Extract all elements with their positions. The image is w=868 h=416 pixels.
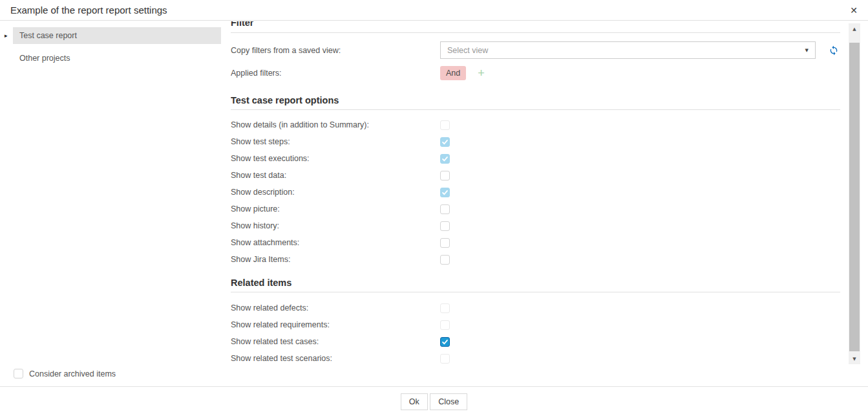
checkbox-row-show-attachments: Show attachments:: [231, 234, 840, 251]
footer: Ok Close: [0, 393, 868, 410]
collapse-arrow-icon: ▸: [5, 32, 8, 39]
sidebar-nav: ▸Test case reportOther projects: [0, 27, 223, 67]
applied-filters-row: Applied filters: And +: [231, 65, 840, 81]
consider-archived-label: Consider archived items: [29, 369, 116, 378]
checkbox-row-show-jira-items: Show Jira Items:: [231, 251, 840, 268]
checkbox-row-label: Show related requirements:: [231, 320, 440, 329]
sidebar-item-label: Test case report: [19, 31, 77, 40]
checkbox-row-show-test-executions: Show test executions:: [231, 150, 840, 167]
refresh-views-button[interactable]: [829, 45, 839, 56]
checkbox[interactable]: [440, 137, 450, 147]
consider-archived-checkbox[interactable]: [14, 369, 23, 378]
saved-view-placeholder: Select view: [447, 46, 488, 55]
checkbox[interactable]: [440, 154, 450, 164]
checkbox[interactable]: [440, 354, 450, 364]
checkbox-row-show-test-steps: Show test steps:: [231, 133, 840, 150]
checkbox-row-label: Show Jira Items:: [231, 255, 440, 264]
checkbox-row-show-description: Show description:: [231, 184, 840, 201]
options-section-heading: Test case report options: [231, 95, 840, 110]
close-button[interactable]: Close: [430, 393, 467, 410]
checkbox-row-label: Show related test scenarios:: [231, 354, 440, 363]
checkbox-row-show-related-requirements: Show related requirements:: [231, 316, 840, 333]
checkbox-row-show-related-test-scenarios: Show related test scenarios:: [231, 350, 840, 367]
checkbox-row-show-related-defects: Show related defects:: [231, 300, 840, 316]
checkbox-row-label: Show history:: [231, 221, 440, 230]
checkbox-row-show-picture: Show picture:: [231, 201, 840, 217]
checkbox-row-label: Show test executions:: [231, 154, 440, 163]
saved-view-select[interactable]: Select view ▼: [440, 41, 816, 59]
options-checkbox-list: Show details (in addition to Summary):Sh…: [231, 116, 840, 268]
checkbox-row-label: Show attachments:: [231, 238, 440, 247]
checkbox-row-label: Show test data:: [231, 171, 440, 180]
add-filter-icon[interactable]: +: [478, 67, 485, 79]
checkbox[interactable]: [440, 238, 450, 248]
dialog-title: Example of the report report settings: [10, 5, 167, 16]
dialog-titlebar: Example of the report report settings ✕: [0, 0, 868, 21]
checkbox-row-label: Show description:: [231, 188, 440, 197]
checkbox[interactable]: [440, 337, 450, 347]
settings-content: Filter Copy filters from a saved view: S…: [231, 21, 840, 384]
checkbox[interactable]: [440, 171, 450, 181]
checkbox-row-show-history: Show history:: [231, 217, 840, 234]
ok-button[interactable]: Ok: [401, 393, 428, 410]
checkbox-row-label: Show related test cases:: [231, 337, 440, 346]
chevron-down-icon: ▼: [805, 48, 809, 53]
checkbox[interactable]: [440, 320, 450, 330]
checkbox-row-show-test-data: Show test data:: [231, 167, 840, 184]
applied-filters-label: Applied filters:: [231, 69, 440, 78]
checkbox[interactable]: [440, 303, 450, 313]
checkbox[interactable]: [440, 204, 450, 214]
filter-section-heading: Filter: [231, 21, 840, 33]
close-icon[interactable]: ✕: [849, 5, 859, 16]
checkbox[interactable]: [440, 221, 450, 231]
consider-archived-row: Consider archived items: [14, 369, 116, 378]
checkbox-row-label: Show picture:: [231, 204, 440, 213]
copy-filters-row: Copy filters from a saved view: Select v…: [231, 41, 840, 59]
refresh-icon: [829, 45, 839, 56]
sidebar: ▸Test case reportOther projects: [0, 21, 223, 67]
sidebar-item-test-case-report[interactable]: ▸Test case report: [13, 27, 221, 44]
copy-filters-label: Copy filters from a saved view:: [231, 46, 440, 55]
related-checkbox-list: Show related defects:Show related requir…: [231, 300, 840, 367]
scroll-down-icon[interactable]: ▼: [849, 353, 860, 364]
sidebar-item-other-projects[interactable]: Other projects: [13, 50, 221, 67]
vertical-scrollbar[interactable]: ▲ ▼: [849, 23, 860, 364]
checkbox-row-label: Show details (in addition to Summary):: [231, 120, 440, 129]
checkbox[interactable]: [440, 255, 450, 265]
filter-operator-badge[interactable]: And: [440, 66, 466, 80]
footer-divider: [0, 386, 868, 387]
checkbox[interactable]: [440, 188, 450, 197]
checkbox-row-label: Show related defects:: [231, 303, 440, 312]
scroll-up-icon[interactable]: ▲: [849, 23, 860, 34]
checkbox[interactable]: [440, 120, 450, 130]
sidebar-item-label: Other projects: [19, 54, 70, 63]
checkbox-row-label: Show test steps:: [231, 137, 440, 146]
checkbox-row-show-details-in-addition-to-summary: Show details (in addition to Summary):: [231, 116, 840, 133]
checkbox-row-show-related-test-cases: Show related test cases:: [231, 333, 840, 350]
scrollbar-thumb[interactable]: [849, 43, 860, 351]
related-section-heading: Related items: [231, 278, 840, 292]
